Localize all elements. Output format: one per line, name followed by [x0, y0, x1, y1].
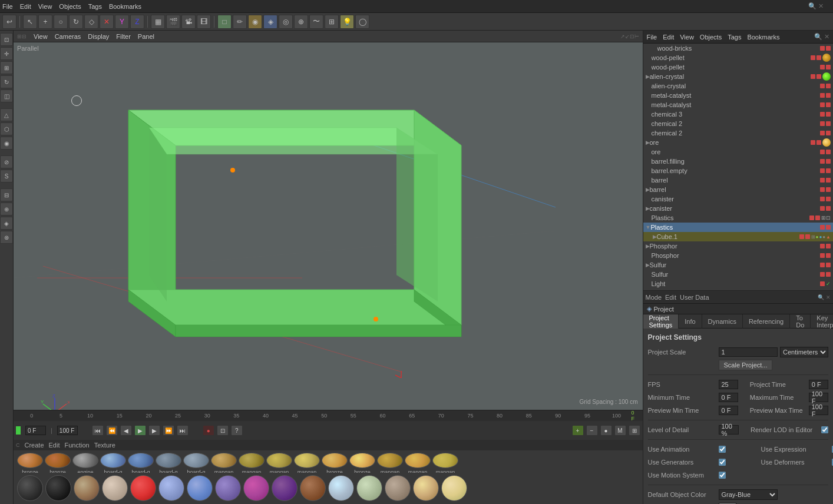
menu-tags[interactable]: Tags: [88, 3, 102, 10]
mat-tab-function[interactable]: Function: [65, 442, 90, 449]
record-button[interactable]: ●: [203, 425, 214, 436]
y-tool[interactable]: Y: [115, 15, 129, 29]
select-tool[interactable]: ⊡: [0, 33, 13, 46]
scale-tool-left[interactable]: ⊞: [0, 61, 13, 74]
obj-chemical2a[interactable]: chemical 2: [643, 119, 834, 128]
mat-tab-edit[interactable]: Edit: [49, 442, 60, 449]
menu-bookmarks[interactable]: Bookmarks: [109, 3, 141, 10]
knife-tool[interactable]: ⊘: [0, 155, 13, 168]
go-start-button[interactable]: ⏮: [92, 425, 104, 436]
tab-dynamics[interactable]: Dynamics: [702, 314, 743, 329]
material-bronze3[interactable]: bronze: [322, 453, 348, 473]
next-key-button[interactable]: ▶: [148, 425, 160, 436]
right-menu-tags[interactable]: Tags: [728, 34, 741, 41]
material-dark1[interactable]: [17, 475, 43, 501]
material-bronze1[interactable]: bronze: [17, 453, 43, 473]
material-engine[interactable]: engine: [72, 453, 98, 473]
edit-label[interactable]: Edit: [665, 294, 676, 301]
grid-tool[interactable]: ⊞: [325, 15, 339, 29]
add-object-button[interactable]: +: [38, 15, 52, 29]
panel-menu[interactable]: Panel: [138, 33, 154, 40]
move-tool-left[interactable]: ✛: [0, 47, 13, 60]
menu-objects[interactable]: Objects: [59, 3, 81, 10]
obj-phosphor2[interactable]: Phosphor: [643, 251, 834, 260]
shader-tool[interactable]: ◈: [263, 15, 277, 29]
right-menu-edit[interactable]: Edit: [663, 34, 674, 41]
material-mangan1[interactable]: mangan: [211, 453, 237, 473]
obj-canister1[interactable]: canister: [643, 194, 834, 204]
tab-info[interactable]: Info: [679, 314, 702, 329]
filter-menu[interactable]: Filter: [116, 33, 130, 40]
spline-tool[interactable]: 〜: [309, 15, 323, 29]
display-menu[interactable]: Display: [88, 33, 109, 40]
right-menu-objects[interactable]: Objects: [700, 34, 722, 41]
obj-phosphor-group[interactable]: ▶ Phosphor: [643, 241, 834, 251]
remove-key-button[interactable]: −: [586, 425, 598, 436]
render-anim[interactable]: 🎞: [197, 15, 211, 29]
prev-frame-button[interactable]: ⏪: [106, 425, 118, 436]
obj-barrel-filling[interactable]: barrel.filling: [643, 157, 834, 166]
preview-max-input[interactable]: 100 F: [809, 406, 828, 415]
point-mode[interactable]: ◉: [0, 137, 13, 150]
cube-primitive[interactable]: □: [217, 15, 232, 29]
material-tan[interactable]: [385, 475, 411, 501]
material-lightgreen[interactable]: [356, 475, 382, 501]
preview-min-input[interactable]: 0 F: [719, 406, 738, 415]
paint-tool[interactable]: ◉: [248, 15, 262, 29]
obj-wood-bricks[interactable]: wood-bricks: [643, 44, 834, 53]
max-time-input[interactable]: 100 F: [809, 393, 828, 402]
film-render[interactable]: 🎬: [166, 15, 180, 29]
material-wood[interactable]: [74, 475, 100, 501]
obj-barrel-empty[interactable]: barrel.empty: [643, 166, 834, 175]
material-board3[interactable]: board-g: [156, 453, 181, 473]
material-blue2[interactable]: [187, 475, 213, 501]
material-board1[interactable]: board-g: [100, 453, 126, 473]
edge-mode[interactable]: ⬡: [0, 122, 13, 135]
mode-label[interactable]: Mode: [646, 294, 662, 301]
brush-tool[interactable]: S: [0, 170, 13, 183]
project-time-input[interactable]: 0 F: [809, 380, 828, 389]
view-menu[interactable]: View: [34, 33, 48, 40]
camera-tool[interactable]: ◫: [0, 89, 13, 102]
material-mangan5[interactable]: mangan: [377, 453, 403, 473]
material-purple2[interactable]: [243, 475, 269, 501]
material-board4[interactable]: board-g: [183, 453, 209, 473]
menu-file[interactable]: File: [2, 3, 13, 10]
material-mangan4[interactable]: mangan: [294, 453, 320, 473]
obj-wood-pellet1[interactable]: wood-pellet: [643, 53, 834, 62]
3d-viewport[interactable]: Parallel: [14, 42, 643, 410]
fps-input[interactable]: 25: [719, 380, 738, 389]
light-tool[interactable]: 💡: [340, 15, 354, 29]
end-frame-input[interactable]: [57, 426, 78, 435]
texture-tool[interactable]: ⊟: [0, 188, 13, 201]
frame-input[interactable]: [25, 426, 46, 435]
obj-metal-catalyst1[interactable]: metal-catalyst: [643, 91, 834, 100]
obj-cube1[interactable]: ▶ Cube.1 ⊞ ● ● ● ▲: [643, 232, 834, 241]
min-time-input[interactable]: 0 F: [719, 393, 738, 402]
poly-mode[interactable]: △: [0, 108, 13, 121]
obj-barrel-group[interactable]: ▶ barrel: [643, 185, 834, 194]
move-tool[interactable]: ↖: [23, 15, 37, 29]
obj-ore-group[interactable]: ▶ ore: [643, 138, 834, 147]
right-menu-view[interactable]: View: [680, 34, 694, 41]
tab-project-settings[interactable]: Project Settings: [643, 314, 679, 329]
material-purple1[interactable]: [215, 475, 241, 501]
rotate-tool[interactable]: ↻: [69, 15, 83, 29]
use-gen-checkbox[interactable]: [719, 459, 726, 466]
units-select[interactable]: Centimeters Meters Millimeters: [780, 347, 828, 357]
mat-tab-texture[interactable]: Texture: [94, 442, 115, 449]
obj-wood-pellet2[interactable]: wood-pellet: [643, 62, 834, 72]
right-menu-file[interactable]: File: [647, 34, 657, 41]
material-darkpurple[interactable]: [272, 475, 298, 501]
circle-prim[interactable]: ◎: [279, 15, 293, 29]
record2-button[interactable]: ●: [600, 425, 612, 436]
menu-view[interactable]: View: [38, 3, 52, 10]
undo-button[interactable]: ↩: [2, 15, 16, 29]
motion-button[interactable]: M: [614, 425, 626, 436]
material-dark2[interactable]: [45, 475, 71, 501]
material-mangan7[interactable]: mangan: [432, 453, 458, 473]
material-mangan6[interactable]: mangan: [405, 453, 431, 473]
close-tool[interactable]: ✕: [100, 15, 114, 29]
play-button[interactable]: ▶: [134, 425, 146, 436]
cameras-menu[interactable]: Cameras: [55, 33, 81, 40]
